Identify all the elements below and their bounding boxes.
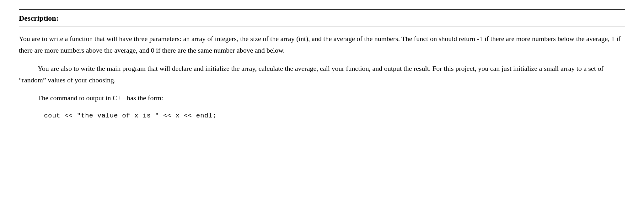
paragraph-3: The command to output in C++ has the for…	[19, 92, 625, 104]
section-title: Description:	[19, 14, 59, 22]
code-example: cout << "the value of x is " << x << end…	[44, 110, 625, 122]
description-body: You are to write a function that will ha…	[19, 33, 625, 122]
page-container: Description: You are to write a function…	[0, 0, 644, 218]
section-header: Description:	[19, 9, 625, 27]
paragraph-2: You are also to write the main program t…	[19, 63, 625, 86]
paragraph-1: You are to write a function that will ha…	[19, 33, 625, 56]
